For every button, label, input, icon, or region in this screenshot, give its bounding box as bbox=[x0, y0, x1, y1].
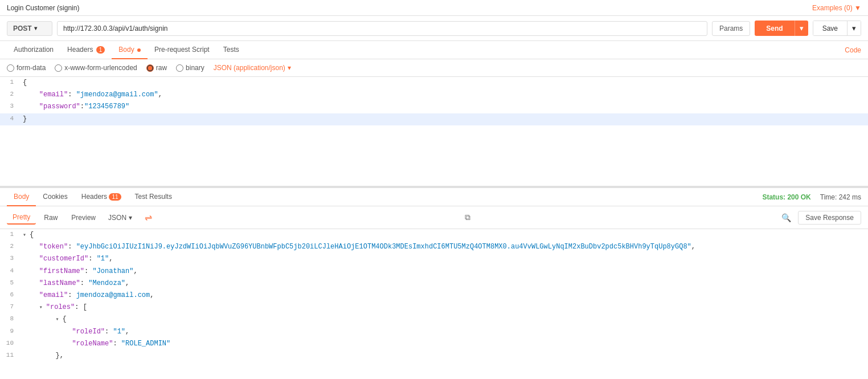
params-button[interactable]: Params bbox=[712, 21, 750, 36]
tab-headers[interactable]: Headers 1 bbox=[60, 41, 112, 59]
urlencoded-option[interactable]: x-www-form-urlencoded bbox=[55, 64, 137, 72]
urlencoded-radio[interactable] bbox=[55, 64, 62, 72]
send-btn-group: Send ▾ bbox=[755, 21, 808, 36]
resp-line-9: 9 "roleId": "1", bbox=[0, 326, 868, 338]
method-selector[interactable]: POST ▾ bbox=[7, 21, 52, 36]
response-body: 1 ▾{ 2 "token": "eyJhbGciOiJIUzI1NiJ9.ey… bbox=[0, 229, 868, 359]
window-title: Login Customer (signin) bbox=[7, 4, 79, 12]
resp-line-6: 6 "email": jmendoza@gmail.com, bbox=[0, 290, 868, 301]
format-chevron-icon: ▾ bbox=[129, 214, 132, 222]
req-line-3: 3 "password":"123456789" bbox=[0, 101, 868, 113]
json-chevron-icon: ▾ bbox=[288, 64, 291, 72]
response-time: Time: 242 ms bbox=[820, 193, 861, 201]
send-button[interactable]: Send bbox=[755, 21, 794, 36]
url-input[interactable] bbox=[57, 21, 707, 36]
format-label: JSON bbox=[108, 214, 126, 222]
code-link[interactable]: Code bbox=[845, 46, 861, 54]
request-body-editor[interactable]: 1 { 2 "email": "jmendoza@gmail.com", 3 "… bbox=[0, 77, 868, 188]
resp-line-5: 5 "lastName": "Mendoza", bbox=[0, 278, 868, 290]
resp-headers-badge: 11 bbox=[109, 193, 121, 201]
tab-prerequest[interactable]: Pre-request Script bbox=[148, 41, 216, 59]
body-dot bbox=[137, 48, 141, 52]
resp-line-2: 2 "token": "eyJhbGciOiJIUzI1NiJ9.eyJzdWI… bbox=[0, 241, 868, 253]
binary-option[interactable]: binary bbox=[176, 64, 204, 72]
body-options: form-data x-www-form-urlencoded raw bina… bbox=[0, 59, 868, 77]
form-data-radio[interactable] bbox=[7, 64, 14, 72]
save-response-button[interactable]: Save Response bbox=[798, 211, 861, 225]
tab-body[interactable]: Body bbox=[112, 41, 148, 59]
pretty-button[interactable]: Pretty bbox=[7, 211, 36, 225]
search-icon-button[interactable]: 🔍 bbox=[777, 211, 796, 225]
response-tabs: Body Cookies Headers 11 Test Results bbox=[7, 188, 179, 206]
save-dropdown-button[interactable]: ▾ bbox=[847, 21, 861, 36]
resp-tab-headers[interactable]: Headers 11 bbox=[75, 188, 128, 206]
request-tabs: Authorization Headers 1 Body Pre-request… bbox=[0, 41, 868, 59]
resp-line-11: 11 }, bbox=[0, 350, 868, 359]
raw-button[interactable]: Raw bbox=[38, 211, 63, 224]
json-format-selector[interactable]: JSON (application/json) ▾ bbox=[214, 64, 291, 72]
tab-authorization[interactable]: Authorization bbox=[7, 41, 60, 59]
headers-badge: 1 bbox=[96, 46, 105, 54]
response-status: Status: 200 OK bbox=[762, 193, 810, 201]
binary-radio[interactable] bbox=[176, 64, 183, 72]
examples-link[interactable]: Examples (0) ▼ bbox=[812, 4, 861, 12]
tab-tests[interactable]: Tests bbox=[216, 41, 246, 59]
filter-icon-button[interactable]: ⇌ bbox=[139, 210, 158, 225]
preview-button[interactable]: Preview bbox=[65, 211, 101, 224]
json-format-label: JSON (application/json) bbox=[214, 64, 285, 72]
send-dropdown-button[interactable]: ▾ bbox=[795, 21, 808, 36]
raw-radio[interactable] bbox=[146, 64, 154, 72]
save-chevron-icon: ▾ bbox=[852, 24, 856, 32]
method-label: POST bbox=[13, 25, 32, 32]
request-toolbar: POST ▾ Params Send ▾ Save ▾ bbox=[0, 16, 868, 41]
response-meta: Status: 200 OK Time: 242 ms bbox=[762, 193, 861, 201]
resp-tab-cookies[interactable]: Cookies bbox=[36, 188, 74, 206]
form-data-option[interactable]: form-data bbox=[7, 64, 46, 72]
req-line-2: 2 "email": "jmendoza@gmail.com", bbox=[0, 89, 868, 101]
copy-icon-button[interactable]: ⧉ bbox=[460, 210, 475, 225]
raw-option[interactable]: raw bbox=[146, 64, 167, 72]
resp-line-1: 1 ▾{ bbox=[0, 229, 868, 241]
send-chevron-icon: ▾ bbox=[800, 24, 804, 32]
resp-line-10: 10 "roleName": "ROLE_ADMIN" bbox=[0, 338, 868, 350]
save-btn-group: Save ▾ bbox=[813, 21, 861, 36]
resp-line-4: 4 "firstName": "Jonathan", bbox=[0, 266, 868, 278]
format-selector[interactable]: JSON ▾ bbox=[104, 211, 137, 224]
response-section: Body Cookies Headers 11 Test Results Sta… bbox=[0, 188, 868, 359]
req-line-1: 1 { bbox=[0, 77, 868, 89]
resp-tab-test-results[interactable]: Test Results bbox=[128, 188, 179, 206]
resp-line-3: 3 "customerId": "1", bbox=[0, 253, 868, 265]
method-chevron-icon: ▾ bbox=[34, 25, 37, 31]
response-format-toolbar: Pretty Raw Preview JSON ▾ ⇌ ⧉ 🔍 Save Res… bbox=[0, 206, 868, 229]
req-line-4: 4 } bbox=[0, 113, 868, 125]
response-tabs-bar: Body Cookies Headers 11 Test Results Sta… bbox=[0, 188, 868, 206]
resp-line-8: 8 ▾{ bbox=[0, 313, 868, 325]
save-button[interactable]: Save bbox=[813, 21, 847, 36]
resp-tab-body[interactable]: Body bbox=[7, 188, 36, 206]
title-bar: Login Customer (signin) Examples (0) ▼ bbox=[0, 0, 868, 16]
resp-line-7: 7 ▾"roles": [ bbox=[0, 301, 868, 313]
